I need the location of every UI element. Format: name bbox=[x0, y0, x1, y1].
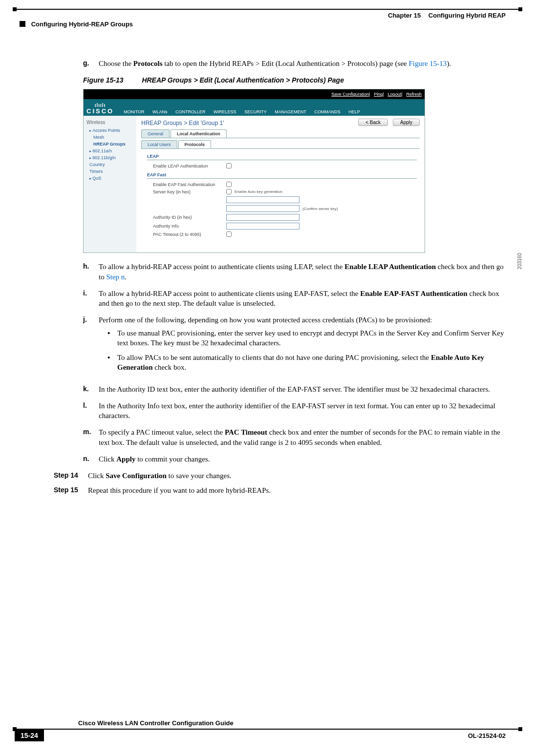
nav-management[interactable]: MANAGEMENT bbox=[275, 109, 306, 114]
label-pac-timeout: PAC Timeout (2 to 4095) bbox=[153, 232, 226, 237]
sidebar-access-points[interactable]: Access Points bbox=[89, 128, 133, 133]
nav-commands[interactable]: COMMANDS bbox=[314, 109, 341, 114]
figure-label: Figure 15-13 bbox=[83, 76, 123, 84]
step-marker: g. bbox=[83, 59, 99, 68]
tabs-inner: Local Users Protocols bbox=[141, 140, 420, 149]
step-j: j. Perform one of the following, dependi… bbox=[83, 315, 506, 377]
tab-protocols[interactable]: Protocols bbox=[178, 140, 212, 148]
header-left: Configuring Hybrid-REAP Groups bbox=[20, 21, 133, 28]
tab-local-auth[interactable]: Local Authentication bbox=[171, 129, 227, 138]
tab-general[interactable]: General bbox=[141, 129, 170, 138]
step-n-link[interactable]: Step n bbox=[106, 273, 125, 281]
step-h: h. To allow a hybrid-REAP access point t… bbox=[83, 262, 506, 282]
input-confirm-key[interactable] bbox=[226, 205, 300, 212]
checkbox-enable-leap[interactable] bbox=[226, 163, 232, 168]
step-i: i. To allow a hybrid-REAP access point t… bbox=[83, 289, 506, 309]
top-rule bbox=[15, 9, 520, 10]
gui-sidebar: Wireless Access Points Mesh HREAP Groups… bbox=[84, 116, 136, 252]
nav-wireless[interactable]: WIRELESS bbox=[214, 109, 236, 114]
sidebar-mesh[interactable]: Mesh bbox=[93, 135, 133, 140]
checkbox-enable-eapfast[interactable] bbox=[226, 182, 232, 187]
step-g: g. Choose the Protocols tab to open the … bbox=[83, 59, 506, 68]
nav-security[interactable]: SECURITY bbox=[244, 109, 267, 114]
nav-wlans[interactable]: WLANs bbox=[152, 109, 168, 114]
gui-main: < Back Apply HREAP Groups > Edit 'Group … bbox=[136, 116, 425, 252]
back-button[interactable]: < Back bbox=[358, 119, 388, 126]
figure-id: 203160 bbox=[517, 253, 522, 269]
label-enable-leap: Enable LEAP Authentication bbox=[153, 164, 226, 168]
checkbox-pac-timeout[interactable] bbox=[226, 231, 232, 237]
label-confirm-key: (Confirm server key) bbox=[302, 207, 338, 211]
input-server-key[interactable] bbox=[226, 196, 300, 203]
save-config-link[interactable]: Save Configuration bbox=[331, 92, 369, 97]
cisco-logo: ılıılı CISCO bbox=[86, 103, 114, 114]
nav-help[interactable]: HELP bbox=[348, 109, 360, 114]
ping-link[interactable]: Ping bbox=[374, 92, 383, 97]
figure-link[interactable]: Figure 15-13 bbox=[408, 60, 447, 67]
label-authority-id: Authority ID (in hex) bbox=[153, 215, 226, 220]
sidebar-qos[interactable]: QoS bbox=[89, 176, 133, 181]
nav-controller[interactable]: CONTROLLER bbox=[175, 109, 206, 114]
step-text: Choose the Protocols tab to open the Hyb… bbox=[99, 59, 506, 68]
sidebar-country[interactable]: Country bbox=[89, 162, 133, 167]
nav-monitor[interactable]: MONITOR bbox=[124, 109, 144, 114]
cisco-gui-figure: Save Configuration | Ping | Logout | Ref… bbox=[83, 89, 425, 253]
bullet-2: • To allow PACs to be sent automatically… bbox=[107, 353, 506, 373]
sidebar-hreap-groups[interactable]: HREAP Groups bbox=[93, 142, 133, 147]
step-14: Step 14 Click Save Configuration to save… bbox=[54, 471, 506, 481]
bullet-icon: • bbox=[107, 328, 117, 348]
footer-guide-title: Cisco Wireless LAN Controller Configurat… bbox=[78, 719, 234, 727]
tabs-outer: General Local Authentication bbox=[141, 129, 420, 138]
label-authority-info: Authority Info bbox=[153, 224, 226, 229]
label-autokey: Enable Auto key generation bbox=[235, 189, 282, 194]
page-number: 15-24 bbox=[15, 730, 44, 741]
header-right: Chapter 15 Configuring Hybrid REAP bbox=[388, 12, 506, 19]
step-m: m. To specify a PAC timeout value, selec… bbox=[83, 427, 506, 447]
main-content: g. Choose the Protocols tab to open the … bbox=[83, 59, 506, 501]
chapter-title: Configuring Hybrid REAP bbox=[428, 12, 506, 19]
sidebar-title: Wireless bbox=[86, 120, 133, 125]
section-title: Configuring Hybrid-REAP Groups bbox=[31, 21, 133, 28]
doc-id: OL-21524-02 bbox=[468, 732, 506, 739]
sidebar-80211an[interactable]: 802.11a/n bbox=[89, 148, 133, 153]
step-k: k. In the Authority ID text box, enter t… bbox=[83, 384, 506, 394]
tab-local-users[interactable]: Local Users bbox=[141, 140, 177, 148]
figure-title: HREAP Groups > Edit (Local Authenticatio… bbox=[142, 76, 344, 84]
gui-topbar: Save Configuration | Ping | Logout | Ref… bbox=[84, 89, 425, 99]
step-15: Step 15 Repeat this procedure if you wan… bbox=[54, 485, 506, 495]
logout-link[interactable]: Logout bbox=[388, 92, 402, 97]
bullet-1: • To use manual PAC provisioning, enter … bbox=[107, 328, 506, 348]
form-area: LEAP Enable LEAP Authentication EAP Fast… bbox=[141, 149, 420, 237]
sidebar-timers[interactable]: Timers bbox=[89, 169, 133, 174]
figure-caption: Figure 15-13 HREAP Groups > Edit (Local … bbox=[83, 76, 506, 84]
label-server-key: Server Key (in hex) bbox=[153, 189, 226, 194]
input-authority-id[interactable] bbox=[226, 214, 300, 221]
chapter-number: Chapter 15 bbox=[388, 12, 421, 19]
bottom-rule bbox=[15, 729, 520, 730]
sidebar-80211bgn[interactable]: 802.11b/g/n bbox=[89, 155, 133, 160]
step-n: n. Click Apply to commit your changes. bbox=[83, 454, 506, 464]
refresh-link[interactable]: Refresh bbox=[406, 92, 422, 97]
apply-button[interactable]: Apply bbox=[393, 119, 420, 126]
figure-wrap: Save Configuration | Ping | Logout | Ref… bbox=[83, 89, 506, 253]
gui-navbar: ılıılı CISCO MONITOR WLANs CONTROLLER WI… bbox=[84, 99, 425, 116]
nav-menu: MONITOR WLANs CONTROLLER WIRELESS SECURI… bbox=[124, 109, 367, 114]
section-leap: LEAP bbox=[147, 152, 417, 160]
step-l: l. In the Authority Info text box, enter… bbox=[83, 401, 506, 421]
input-authority-info[interactable] bbox=[226, 223, 300, 230]
section-eapfast: EAP Fast bbox=[147, 170, 417, 179]
bullet-icon: • bbox=[107, 353, 117, 373]
checkbox-autokey[interactable] bbox=[226, 189, 232, 194]
label-enable-eapfast: Enable EAP Fast Authentication bbox=[153, 182, 226, 187]
section-marker-icon bbox=[20, 21, 25, 27]
